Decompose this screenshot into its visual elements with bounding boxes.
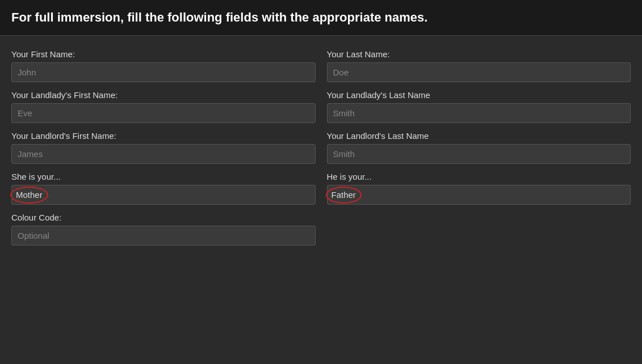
landlady-last-label: Your Landlady's Last Name — [327, 90, 631, 100]
landlord-last-label: Your Landlord's Last Name — [327, 131, 631, 141]
landlord-first-label: Your Landlord's First Name: — [11, 131, 316, 141]
mother-input[interactable] — [11, 185, 316, 205]
colour-code-input[interactable] — [11, 226, 316, 246]
colour-code-label: Colour Code: — [11, 213, 316, 222]
landlady-first-label: Your Landlady's First Name: — [11, 90, 316, 100]
landlord-first-input[interactable] — [11, 144, 316, 164]
landlady-last-input[interactable] — [327, 103, 631, 123]
first-name-input[interactable] — [11, 62, 316, 82]
first-name-label: Your First Name: — [11, 49, 316, 59]
landlady-first-input[interactable] — [11, 103, 316, 123]
he-is-label: He is your... — [327, 172, 631, 181]
she-is-label: She is your... — [11, 172, 316, 181]
page-title: For full immersion, fill the following f… — [11, 10, 631, 25]
last-name-label: Your Last Name: — [327, 49, 631, 59]
father-input[interactable] — [327, 185, 631, 205]
last-name-input[interactable] — [327, 62, 631, 82]
landlord-last-input[interactable] — [327, 144, 631, 164]
